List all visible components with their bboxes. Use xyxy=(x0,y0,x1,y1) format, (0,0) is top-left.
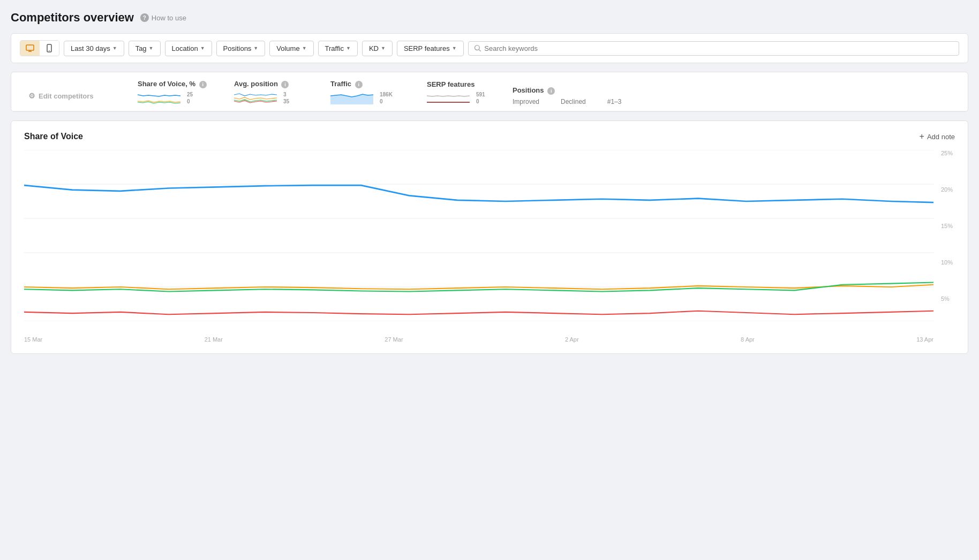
serp-features-filter[interactable]: SERP features ▼ xyxy=(397,41,464,56)
gear-icon: ⚙ xyxy=(28,92,35,100)
kd-filter[interactable]: KD ▼ xyxy=(362,41,393,56)
y-axis: 25% 20% 15% 10% 5% xyxy=(939,150,955,332)
avgpos-info-icon[interactable]: i xyxy=(281,81,289,88)
col-header-sov: Share of Voice, % i 25 0 xyxy=(129,72,225,111)
chart-header: Share of Voice + Add note xyxy=(24,132,955,141)
svg-marker-4 xyxy=(330,94,373,104)
toolbar: Last 30 days ▼ Tag ▼ Location ▼ Position… xyxy=(11,33,968,63)
sov-chart xyxy=(24,150,933,321)
help-icon: ? xyxy=(140,13,149,22)
traffic-filter[interactable]: Traffic ▼ xyxy=(318,41,358,56)
tag-filter[interactable]: Tag ▼ xyxy=(129,41,161,56)
device-selector xyxy=(20,40,59,56)
positions-info-icon[interactable]: i xyxy=(547,87,555,95)
search-input[interactable] xyxy=(484,44,953,52)
how-to-use-label: How to use xyxy=(152,14,186,22)
date-range-filter[interactable]: Last 30 days ▼ xyxy=(64,41,124,56)
col-header-traffic: Traffic i 186K 0 xyxy=(322,72,418,111)
how-to-use-link[interactable]: ? How to use xyxy=(140,13,186,22)
avgpos-mini-chart xyxy=(234,90,277,105)
page-title: Competitors overview xyxy=(11,11,134,25)
traffic-mini-chart xyxy=(330,90,373,105)
competitors-table: ⚙ Edit competitors Share of Voice, % i xyxy=(11,72,968,111)
mobile-button[interactable] xyxy=(40,41,59,56)
search-icon xyxy=(474,44,481,52)
data-card: ⚙ Edit competitors Share of Voice, % i xyxy=(11,72,968,112)
page-header: Competitors overview ? How to use xyxy=(11,11,968,25)
chart-area: 25% 20% 15% 10% 5% xyxy=(24,150,955,332)
serp-mini-chart xyxy=(427,90,470,105)
edit-competitors-btn[interactable]: ⚙ Edit competitors xyxy=(20,86,121,105)
col-header-serp: SERP features 591 0 xyxy=(418,72,504,111)
search-box xyxy=(468,41,959,56)
col-header-competitor: ⚙ Edit competitors xyxy=(11,72,129,111)
traffic-info-icon[interactable]: i xyxy=(355,81,363,88)
location-filter[interactable]: Location ▼ xyxy=(165,41,212,56)
x-axis: 15 Mar 21 Mar 27 Mar 2 Apr 8 Apr 13 Apr xyxy=(24,332,955,343)
svg-point-3 xyxy=(475,46,479,50)
volume-filter[interactable]: Volume ▼ xyxy=(269,41,313,56)
col-header-avgpos: Avg. position i 3 xyxy=(225,72,322,111)
positions-filter[interactable]: Positions ▼ xyxy=(216,41,266,56)
svg-rect-0 xyxy=(26,45,34,50)
add-note-button[interactable]: + Add note xyxy=(920,132,955,141)
sov-mini-chart xyxy=(138,90,180,105)
sov-info-icon[interactable]: i xyxy=(199,81,207,88)
chart-title: Share of Voice xyxy=(24,132,83,141)
svg-point-2 xyxy=(49,50,50,51)
desktop-button[interactable] xyxy=(20,41,40,56)
col-header-positions: Positions i Improved Declined #1–3 xyxy=(504,72,968,111)
chart-section: Share of Voice + Add note xyxy=(11,120,968,354)
